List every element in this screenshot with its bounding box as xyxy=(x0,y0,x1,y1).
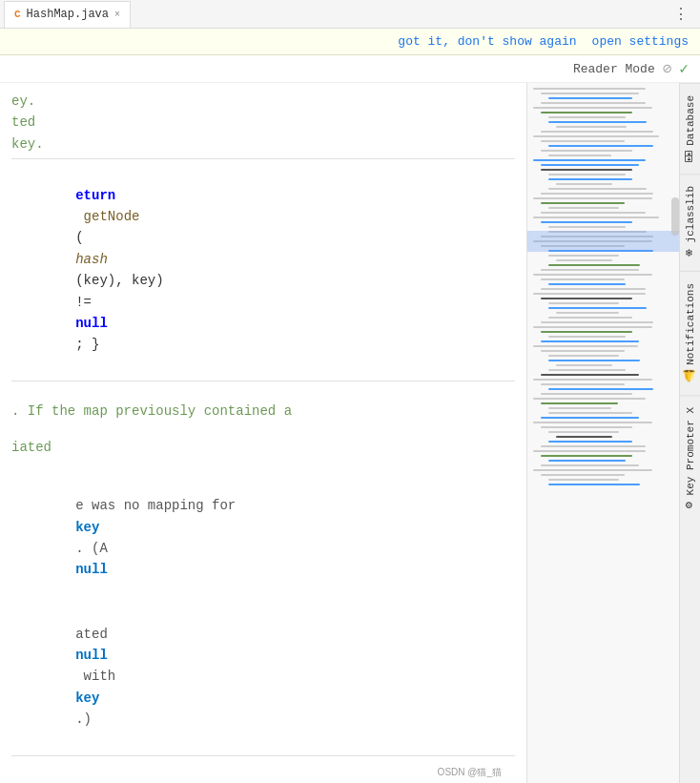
code-editor[interactable]: ey. ted key. eturn getNode ( hash (key),… xyxy=(0,83,526,783)
tab-filename: HashMap.java xyxy=(27,8,109,21)
sidebar-item-database-label: Database xyxy=(685,95,696,146)
minimap xyxy=(527,83,679,783)
code-line: e was no mapping for key . (A null xyxy=(11,474,515,602)
jclasslib-icon: ❄ xyxy=(684,246,697,259)
file-tab[interactable]: C HashMap.java × xyxy=(4,1,131,28)
minimap-lines xyxy=(527,83,679,490)
watermark: OSDN @猫_猫 xyxy=(438,766,502,779)
code-line: ted xyxy=(11,112,515,133)
database-icon: 🗄 xyxy=(684,150,697,162)
file-type-icon: C xyxy=(14,9,21,20)
open-settings-link[interactable]: open settings xyxy=(592,34,689,49)
tab-bar: C HashMap.java × ⋮ xyxy=(0,0,700,29)
sidebar-item-notifications[interactable]: 🔔 Notifications xyxy=(680,271,700,395)
sidebar-item-jclasslib[interactable]: ❄ jclasslib xyxy=(680,174,700,271)
sidebar-item-jclasslib-label: jclasslib xyxy=(685,186,696,242)
separator xyxy=(11,755,515,756)
main-area: ey. ted key. eturn getNode ( hash (key),… xyxy=(0,83,700,783)
side-tabs: 🗄 Database ❄ jclasslib 🔔 Notifications ⚙… xyxy=(679,83,700,783)
separator xyxy=(11,158,515,159)
minimap-highlight xyxy=(527,231,679,252)
sidebar-item-notifications-label: Notifications xyxy=(685,283,696,365)
code-line: iated xyxy=(11,437,515,458)
code-line: . If the map previously contained a xyxy=(11,401,515,422)
tab-close-button[interactable]: × xyxy=(114,10,120,20)
key-promoter-icon: ⚙ xyxy=(684,499,697,512)
code-line: ated null with key .) xyxy=(11,602,515,752)
code-line: key. xyxy=(11,134,515,155)
reader-mode-bar: Reader Mode ⊘ ✓ xyxy=(0,55,700,83)
blank-line xyxy=(11,459,515,474)
code-line: ey. xyxy=(11,91,515,112)
scrollbar-thumb[interactable] xyxy=(671,197,679,236)
blank-line xyxy=(11,422,515,437)
code-content: ey. ted key. eturn getNode ( hash (key),… xyxy=(0,91,526,783)
right-panel xyxy=(526,83,679,783)
got-it-link[interactable]: got it, don't show again xyxy=(398,34,576,49)
eye-icon[interactable]: ⊘ xyxy=(663,59,672,78)
check-icon[interactable]: ✓ xyxy=(679,59,689,78)
sidebar-item-key-promoter-label: Key Promoter X xyxy=(685,407,696,495)
sidebar-item-key-promoter[interactable]: ⚙ Key Promoter X xyxy=(680,395,700,524)
reader-mode-label: Reader Mode xyxy=(573,62,655,76)
notifications-icon: 🔔 xyxy=(684,369,697,383)
separator xyxy=(11,381,515,381)
tab-more-button[interactable]: ⋮ xyxy=(666,5,696,24)
blank-line xyxy=(11,385,515,401)
code-line: eturn getNode ( hash (key), key) != null… xyxy=(11,163,515,377)
notification-bar: got it, don't show again open settings xyxy=(0,29,700,55)
sidebar-item-database[interactable]: 🗄 Database xyxy=(680,83,700,174)
